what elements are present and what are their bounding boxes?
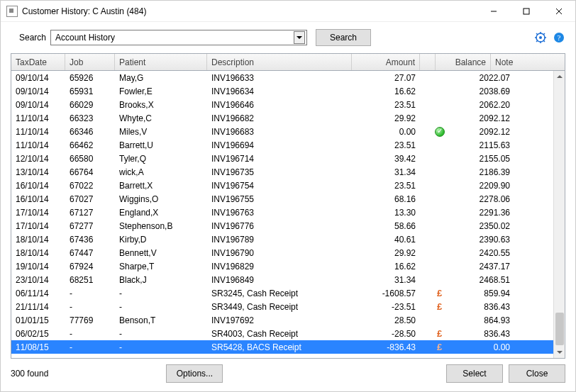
cell bbox=[514, 313, 553, 327]
cell: 11/10/14 bbox=[11, 111, 65, 125]
table-row[interactable]: 18/10/1467447Bennett,VINV19679029.922420… bbox=[11, 246, 553, 259]
col-note[interactable]: Note bbox=[491, 54, 565, 70]
status-cell bbox=[420, 125, 459, 138]
cell: 65926 bbox=[65, 71, 115, 84]
cell: 09/10/14 bbox=[11, 84, 65, 98]
status-cell bbox=[420, 233, 459, 246]
col-taxdate[interactable]: TaxDate bbox=[11, 54, 65, 70]
cell: 16.62 bbox=[352, 259, 420, 273]
search-combo[interactable]: Account History bbox=[50, 30, 307, 45]
table-row[interactable]: 11/10/1466346Miles,VINV1966830.002092.12 bbox=[11, 125, 553, 138]
search-label: Search bbox=[11, 33, 50, 43]
table-row[interactable]: 16/10/1467022Barrett,XINV19675423.512209… bbox=[11, 179, 553, 192]
cell: 2155.05 bbox=[459, 152, 514, 165]
vertical-scrollbar[interactable] bbox=[553, 71, 565, 358]
cell: Kirby,D bbox=[115, 233, 207, 246]
table-row[interactable]: 09/10/1465926May,GINV19663327.072022.07 bbox=[11, 71, 553, 84]
cell: SR3449, Cash Receipt bbox=[207, 300, 352, 313]
cell: Sharpe,T bbox=[115, 259, 207, 273]
cell: 16/10/14 bbox=[11, 192, 65, 206]
col-job[interactable]: Job bbox=[65, 54, 115, 70]
table-row[interactable]: 09/10/1466029Brooks,XINV19664623.512062.… bbox=[11, 98, 553, 111]
search-button-label: Search bbox=[330, 33, 357, 43]
minimize-button[interactable] bbox=[477, 1, 510, 22]
cell: Brooks,X bbox=[115, 98, 207, 111]
col-status[interactable] bbox=[420, 54, 436, 70]
cell: May,G bbox=[115, 71, 207, 84]
table-row[interactable]: 23/10/1468251Black,JINV19684931.342468.5… bbox=[11, 273, 553, 286]
table-row[interactable]: 13/10/1466764wick,AINV19673531.342186.39 bbox=[11, 165, 553, 179]
cell: INV196634 bbox=[207, 84, 352, 98]
cell: Bennett,V bbox=[115, 246, 207, 259]
status-cell bbox=[420, 219, 459, 233]
table-row[interactable]: 11/10/1466323Whyte,CINV19668229.922092.1… bbox=[11, 111, 553, 125]
status-cell bbox=[420, 71, 459, 84]
cell bbox=[514, 71, 553, 84]
cell: 01/01/15 bbox=[11, 313, 65, 327]
cell: 67027 bbox=[65, 192, 115, 206]
table-row[interactable]: 18/10/1467436Kirby,DINV19678940.612390.6… bbox=[11, 233, 553, 246]
col-description[interactable]: Description bbox=[207, 54, 352, 70]
table-row[interactable]: 16/10/1467027Wiggins,OINV19675568.162278… bbox=[11, 192, 553, 206]
search-combo-dropdown[interactable] bbox=[294, 31, 305, 44]
table-row[interactable]: 21/11/14--SR3449, Cash Receipt-23.51£836… bbox=[11, 300, 553, 313]
cell: 17/10/14 bbox=[11, 206, 65, 219]
svg-line-11 bbox=[536, 33, 538, 35]
grid-body: 09/10/1465926May,GINV19663327.072022.070… bbox=[11, 71, 565, 358]
table-row[interactable]: 06/02/15--SR4003, Cash Receipt-28.50£836… bbox=[11, 327, 553, 340]
status-cell bbox=[420, 84, 459, 98]
cell: SR5428, BACS Receipt bbox=[207, 340, 352, 354]
cell: 2437.17 bbox=[459, 259, 514, 273]
settings-button[interactable] bbox=[534, 31, 547, 44]
table-row[interactable]: 11/10/1466462Barrett,UINV19669423.512115… bbox=[11, 138, 553, 152]
scroll-thumb[interactable] bbox=[555, 313, 564, 345]
status-cell: £ bbox=[420, 340, 459, 354]
table-row[interactable]: 17/10/1467277Stephenson,BINV19677658.662… bbox=[11, 219, 553, 233]
table-row[interactable]: 06/11/14--SR3245, Cash Receipt-1608.57£8… bbox=[11, 286, 553, 300]
cell: 65931 bbox=[65, 84, 115, 98]
cell: 16.62 bbox=[352, 84, 420, 98]
cell: -836.43 bbox=[352, 340, 420, 354]
search-button[interactable]: Search bbox=[316, 29, 371, 46]
select-button[interactable]: Select bbox=[446, 364, 503, 383]
status-cell bbox=[420, 152, 459, 165]
currency-icon: £ bbox=[437, 328, 442, 339]
col-amount[interactable]: Amount bbox=[352, 54, 420, 70]
cell: 13.30 bbox=[352, 206, 420, 219]
table-row[interactable]: 09/10/1465931Fowler,EINV19663416.622038.… bbox=[11, 84, 553, 98]
col-patient[interactable]: Patient bbox=[115, 54, 207, 70]
cell: 11/10/14 bbox=[11, 138, 65, 152]
help-button[interactable]: ? bbox=[553, 31, 565, 44]
close-button[interactable] bbox=[543, 1, 575, 22]
status-cell bbox=[420, 111, 459, 125]
col-balance[interactable]: Balance bbox=[436, 54, 491, 70]
cell: INV196694 bbox=[207, 138, 352, 152]
close-footer-button[interactable]: Close bbox=[509, 364, 565, 383]
table-row[interactable]: 11/08/15--SR5428, BACS Receipt-836.43£0.… bbox=[11, 340, 553, 354]
status-cell: £ bbox=[420, 286, 459, 300]
app-icon bbox=[6, 6, 18, 17]
maximize-button[interactable] bbox=[510, 1, 543, 22]
options-button[interactable]: Options... bbox=[166, 364, 223, 383]
cell: INV197692 bbox=[207, 313, 352, 327]
cell: INV196829 bbox=[207, 259, 352, 273]
cell: 06/11/14 bbox=[11, 286, 65, 300]
cell: wick,A bbox=[115, 165, 207, 179]
cell: 0.00 bbox=[459, 340, 514, 354]
cell bbox=[514, 233, 553, 246]
scroll-up-button[interactable] bbox=[554, 71, 565, 82]
cell bbox=[514, 152, 553, 165]
cell: - bbox=[65, 327, 115, 340]
cell: 859.94 bbox=[459, 286, 514, 300]
cell: 11/08/15 bbox=[11, 340, 65, 354]
table-row[interactable]: 19/10/1467924Sharpe,TINV19682916.622437.… bbox=[11, 259, 553, 273]
table-row[interactable]: 01/01/1577769Benson,TINV19769228.50864.9… bbox=[11, 313, 553, 327]
table-row[interactable]: 12/10/1466580Tyler,QINV19671439.422155.0… bbox=[11, 152, 553, 165]
table-row[interactable]: 17/10/1467127England,XINV19676313.302291… bbox=[11, 206, 553, 219]
cell: Black,J bbox=[115, 273, 207, 286]
cell: Stephenson,B bbox=[115, 219, 207, 233]
cell bbox=[514, 219, 553, 233]
scroll-down-button[interactable] bbox=[554, 347, 565, 358]
gear-icon bbox=[535, 32, 546, 43]
cell: INV196683 bbox=[207, 125, 352, 138]
